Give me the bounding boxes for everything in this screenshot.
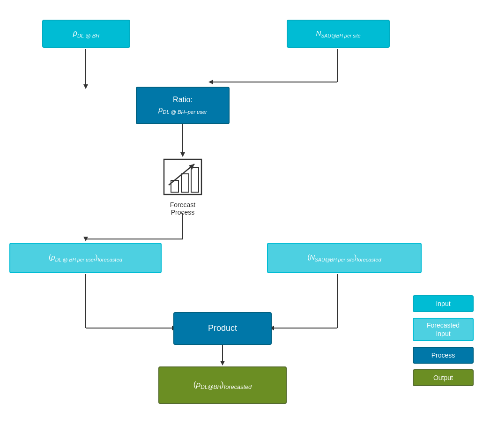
forecast-process-icon: Forecast Process: [159, 157, 206, 216]
legend-box-output: Output: [413, 369, 474, 386]
legend-box-process: Process: [413, 347, 474, 364]
svg-marker-17: [220, 361, 225, 366]
svg-marker-1: [83, 84, 88, 89]
rho-forecasted-label: (ρDL @ BH per user)forecasted: [49, 253, 122, 263]
rho-input-box: ρDL @ BH: [42, 20, 130, 48]
output-label: (ρDL@BH)forecasted: [193, 380, 252, 391]
n-forecasted-box: (NSAU@BH per site)forecasted: [267, 243, 422, 273]
svg-marker-6: [180, 152, 185, 157]
legend-output-label: Output: [433, 374, 453, 381]
legend-item-output: Output: [413, 369, 474, 386]
diagram-container: ρDL @ BH NSAU@BH per site Ratio: ρDL @ B…: [0, 0, 483, 448]
ratio-box: Ratio: ρDL @ BH–per user: [136, 87, 230, 124]
chart-svg: [162, 157, 204, 199]
legend-item-input: Input: [413, 295, 474, 312]
legend-box-forecasted: ForecastedInput: [413, 318, 474, 341]
legend-forecasted-label: ForecastedInput: [427, 321, 460, 338]
legend-input-label: Input: [436, 300, 450, 307]
legend-item-forecasted: ForecastedInput: [413, 318, 474, 341]
rho-forecasted-box: (ρDL @ BH per user)forecasted: [9, 243, 162, 273]
n-forecasted-label: (NSAU@BH per site)forecasted: [307, 253, 381, 263]
legend-box-input: Input: [413, 295, 474, 312]
rho-input-label: ρDL @ BH: [73, 29, 99, 39]
legend-process-label: Process: [431, 351, 455, 359]
n-input-box: NSAU@BH per site: [287, 20, 390, 48]
svg-marker-4: [208, 80, 213, 84]
legend-item-process: Process: [413, 347, 474, 364]
svg-rect-22: [181, 174, 189, 192]
n-input-label: NSAU@BH per site: [316, 29, 360, 39]
svg-rect-18: [164, 159, 201, 194]
svg-rect-23: [191, 167, 199, 192]
legend: Input ForecastedInput Process Output: [413, 295, 474, 386]
ratio-label: Ratio: ρDL @ BH–per user: [158, 95, 207, 116]
product-label: Product: [208, 323, 237, 334]
svg-marker-9: [83, 237, 88, 241]
forecast-process-label: Forecast Process: [159, 201, 206, 216]
output-box: (ρDL@BH)forecasted: [158, 366, 287, 404]
product-box: Product: [173, 312, 272, 345]
